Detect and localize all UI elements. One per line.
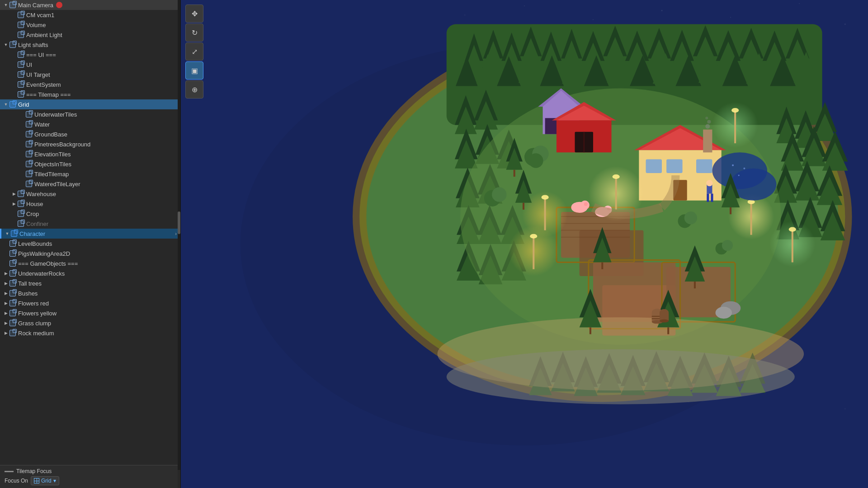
move-tool-button[interactable]: ✥ (185, 5, 203, 23)
tree-item-watered-tile-layer[interactable]: WateredTileLayer (0, 179, 180, 189)
tree-item-grass-clump[interactable]: Grass clump (0, 318, 180, 328)
cube-icon-flowers-red (9, 300, 16, 307)
svg-point-205 (528, 153, 543, 168)
cube-icon-character (10, 230, 18, 237)
tree-item-tall-trees[interactable]: Tall trees (0, 278, 180, 288)
svg-point-166 (707, 120, 711, 123)
svg-rect-194 (707, 194, 709, 202)
cube-icon-house (17, 200, 24, 207)
panel-scrollbar[interactable] (178, 0, 180, 470)
cube-icon-tilled-tilemap (25, 170, 33, 178)
tree-item-game-objects-sep[interactable]: === GameObjects === (0, 258, 180, 268)
tree-item-water[interactable]: Water (0, 119, 180, 129)
tree-label-water: Water (34, 121, 50, 128)
tree-label-ambient-light: Ambient Light (26, 32, 62, 38)
scale-tool-button[interactable]: ⤢ (185, 42, 203, 61)
tree-item-level-bounds[interactable]: LevelBounds (0, 239, 180, 249)
tree-item-ui-sep[interactable]: === UI === (0, 50, 180, 60)
expand-arrow-character (4, 230, 10, 237)
expand-arrow-grass-clump (3, 320, 9, 326)
tree-item-flowers-red[interactable]: Flowers red (0, 298, 180, 308)
tree-label-warehouse: Warehouse (26, 191, 56, 197)
svg-point-175 (613, 174, 620, 179)
transform-tool-button[interactable]: ⊕ (185, 80, 203, 99)
cube-icon-water (25, 121, 33, 128)
tree-item-objects-in-tiles[interactable]: ObjectsInTiles (0, 159, 180, 169)
rect-tool-button[interactable]: ▣ (185, 61, 203, 80)
expand-arrow-main-camera (3, 2, 9, 8)
cube-icon-confiner (17, 220, 24, 227)
tilemap-focus-bar: Tilemap Focus Focus On Grid ▾ (0, 465, 178, 488)
tree-item-ambient-light[interactable]: Ambient Light (0, 30, 180, 40)
focus-dropdown[interactable]: Grid ▾ (31, 476, 59, 485)
expand-arrow-light-shafts (3, 42, 9, 48)
tree-item-ground-base[interactable]: GroundBase (0, 129, 180, 139)
tree-item-pinetrees-bg[interactable]: PinetreesBackground (0, 139, 180, 149)
tree-item-grid[interactable]: Grid (0, 99, 180, 109)
cube-icon-pigs-walking (9, 250, 16, 257)
tree-item-flowers-yellow[interactable]: Flowers yellow (0, 308, 180, 318)
tree-item-confiner[interactable]: Confiner (0, 219, 180, 229)
cube-icon-ui-sep (17, 51, 24, 58)
no-arrow-water (19, 121, 25, 127)
tree-label-confiner: Confiner (26, 221, 48, 227)
focus-on-row: Focus On Grid ▾ (5, 476, 173, 485)
cube-icon-volume (17, 21, 24, 28)
tilemap-focus-title: Tilemap Focus (5, 468, 173, 474)
tree-item-warehouse[interactable]: Warehouse (0, 189, 180, 199)
tree-item-character[interactable]: Character› (0, 229, 180, 239)
tree-item-house[interactable]: House (0, 199, 180, 209)
tree-item-elevation-tiles[interactable]: ElevationTiles (0, 149, 180, 159)
tree-item-cm-vcam1[interactable]: CM vcam1 (0, 10, 180, 20)
svg-rect-164 (703, 130, 712, 153)
tree-item-main-camera[interactable]: Main Camera (0, 0, 180, 10)
tree-label-tall-trees: Tall trees (18, 280, 42, 287)
tree-label-grid: Grid (18, 101, 29, 108)
no-arrow-ground-base (19, 131, 25, 137)
tree-label-underwater-tiles: UnderwaterTiles (34, 111, 77, 118)
cube-icon-pinetrees-bg (25, 141, 33, 148)
tree-label-cm-vcam1: CM vcam1 (26, 12, 54, 19)
tree-label-flowers-yellow: Flowers yellow (18, 310, 57, 317)
tree-label-tilemap-sep: === Tilemap === (26, 91, 71, 98)
no-arrow-game-objects-sep (3, 260, 9, 267)
tree-item-underwater-rocks[interactable]: UnderwaterRocks (0, 268, 180, 278)
svg-rect-160 (646, 160, 662, 173)
tree-label-elevation-tiles: ElevationTiles (34, 151, 71, 158)
tree-item-tilemap-sep[interactable]: === Tilemap === (0, 89, 180, 99)
expand-arrow-flowers-red (3, 300, 9, 306)
rotate-tool-button[interactable]: ↻ (185, 23, 203, 42)
cube-icon-elevation-tiles (25, 150, 33, 158)
grid-icon (34, 478, 39, 483)
dropdown-arrow: ▾ (53, 478, 56, 484)
no-arrow-pinetrees-bg (19, 141, 25, 147)
tree-item-underwater-tiles[interactable]: UnderwaterTiles (0, 109, 180, 119)
cube-icon-underwater-rocks (9, 270, 16, 277)
viewport[interactable]: ✥↻⤢▣⊕ (181, 0, 868, 488)
tree-item-pigs-walking[interactable]: PigsWalkingArea2D (0, 249, 180, 258)
svg-point-240 (660, 319, 669, 323)
cube-icon-objects-in-tiles (25, 160, 33, 168)
tree-item-ui-target[interactable]: UI Target (0, 70, 180, 80)
no-arrow-tilled-tilemap (19, 171, 25, 177)
tree-item-tilled-tilemap[interactable]: TilledTilemap (0, 169, 180, 179)
tree-item-light-shafts[interactable]: Light shafts (0, 40, 180, 50)
hierarchy-list[interactable]: Main CameraCM vcam1VolumeAmbient LightLi… (0, 0, 180, 488)
tree-label-objects-in-tiles: ObjectsInTiles (34, 161, 71, 168)
tree-item-rock-medium[interactable]: Rock medium (0, 328, 180, 338)
tree-item-crop[interactable]: Crop (0, 209, 180, 219)
svg-rect-217 (523, 203, 524, 210)
expand-arrow-rock-medium (3, 330, 9, 336)
svg-point-177 (541, 195, 548, 200)
tree-label-event-system: EventSystem (26, 81, 61, 88)
expand-arrow-bushes (3, 290, 9, 296)
tree-item-bushes[interactable]: Bushes (0, 288, 180, 298)
cube-icon-ui-target (17, 71, 24, 78)
cube-icon-game-objects-sep (9, 260, 16, 267)
svg-rect-195 (711, 194, 713, 202)
tree-item-volume[interactable]: Volume (0, 20, 180, 30)
panel-scrollbar-thumb[interactable] (178, 211, 180, 234)
svg-rect-220 (730, 207, 731, 214)
tree-item-ui[interactable]: UI (0, 60, 180, 70)
tree-item-event-system[interactable]: EventSystem (0, 80, 180, 89)
